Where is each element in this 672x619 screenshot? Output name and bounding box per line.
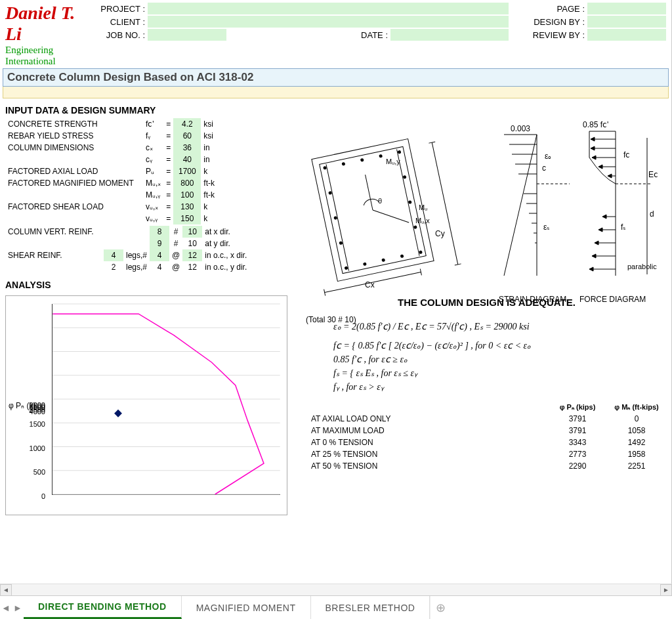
designby-value[interactable]	[587, 16, 666, 28]
svg-line-39	[504, 135, 537, 276]
results-p: 3343	[548, 437, 607, 448]
sheet-tab[interactable]: BRESLER METHOD	[311, 596, 430, 619]
results-row: AT AXIAL LOAD ONLY37910	[307, 413, 666, 425]
math-line-3: 0.85 f'ᴄ , for εᴄ ≥ εₒ	[333, 352, 666, 366]
diagrams: Cx Cy Mᵤ Mᵤ,x Mᵤ,y θ 0.003	[307, 118, 666, 289]
reinf-val-c[interactable]: 10	[182, 226, 202, 238]
math-line-2: fᴄ = { 0.85 f'ᴄ [ 2(εᴄ/εₒ) − (εᴄ/εₒ)² ] …	[333, 339, 666, 352]
reinf-sep: @	[169, 249, 182, 261]
page-label: PAGE :	[509, 4, 587, 14]
label-fs: fₛ	[621, 223, 625, 232]
reinf-label: SHEAR REINF.	[5, 249, 104, 261]
svg-marker-72	[589, 267, 593, 271]
scroll-left-icon[interactable]: ◄	[0, 584, 12, 596]
svg-point-12	[341, 162, 345, 166]
input-value[interactable]: 800	[173, 177, 201, 189]
equals: =	[163, 142, 173, 154]
label-d: d	[650, 209, 654, 219]
input-value[interactable]: 130	[173, 201, 201, 213]
reinf-legs[interactable]: 4	[104, 249, 123, 261]
input-row: FACTORED SHEAR LOADvᵤ,ₓ=130k	[5, 201, 247, 213]
jobno-value[interactable]	[148, 29, 226, 41]
math-block: εₒ = 2(0.85 f'ᴄ) / Eᴄ , Eᴄ = 57√(f'ᴄ) , …	[307, 316, 666, 398]
svg-marker-66	[598, 228, 602, 232]
reinf-sep: @	[169, 261, 182, 273]
reinf-val-c[interactable]: 12	[182, 249, 202, 261]
reinf-label	[5, 261, 104, 273]
tab-nav-next-icon[interactable]: ►	[12, 596, 24, 619]
input-unit: k	[201, 165, 247, 177]
sheet-tab[interactable]: MAGNIFIED MOMENT	[182, 596, 311, 619]
input-value[interactable]: 60	[173, 130, 201, 142]
sheet-tabbar: ◄ ► DIRECT BENDING METHODMAGNIFIED MOMEN…	[0, 595, 672, 619]
input-row: cᵧ=40in	[5, 154, 247, 165]
input-value[interactable]: 100	[173, 189, 201, 201]
svg-point-13	[360, 158, 364, 162]
logo-name: Daniel T. Li	[5, 3, 75, 45]
project-value[interactable]	[148, 3, 509, 14]
reinf-val-c: 12	[182, 261, 202, 273]
diagram-svg: Cx Cy Mᵤ Mᵤ,x Mᵤ,y θ 0.003	[307, 118, 665, 299]
input-row: FACTORED AXIAL LOADPᵤ=1700k	[5, 165, 247, 177]
input-symbol: vᵤ,ᵧ	[143, 213, 163, 224]
svg-point-16	[345, 266, 348, 270]
page-value[interactable]	[587, 3, 666, 14]
label-force-top: 0.85 fᴄ'	[583, 120, 608, 129]
reinf-val-a[interactable]: 4	[150, 249, 169, 261]
svg-point-15	[398, 150, 402, 154]
svg-line-34	[432, 142, 458, 265]
reinf-val-a[interactable]: 9	[150, 238, 169, 249]
label-mu: Mᵤ	[419, 203, 427, 211]
client-value[interactable]	[148, 16, 509, 28]
add-sheet-icon[interactable]: ⊕	[430, 596, 451, 619]
sheet-tab[interactable]: DIRECT BENDING METHOD	[24, 596, 182, 619]
input-value[interactable]: 36	[173, 142, 201, 154]
input-value[interactable]: 1700	[173, 165, 201, 177]
tab-nav-prev-icon[interactable]: ◄	[0, 596, 12, 619]
date-value[interactable]	[390, 29, 509, 41]
label-eps-s: εₛ	[543, 223, 549, 232]
results-label: AT 25 % TENSION	[307, 448, 548, 460]
input-unit: ft-k	[201, 189, 247, 201]
svg-line-30	[366, 175, 373, 210]
input-unit: ksi	[201, 118, 247, 130]
reinf-legs[interactable]: 2	[104, 261, 123, 273]
reviewby-label: REVIEW BY :	[509, 30, 587, 40]
input-symbol: vᵤ,ₓ	[143, 201, 163, 213]
input-value[interactable]: 4.2	[173, 118, 201, 130]
reviewby-value[interactable]	[587, 29, 666, 41]
input-row: vᵤ,ᵧ=150k	[5, 213, 247, 224]
results-m: 2251	[607, 460, 666, 472]
results-m: 1058	[607, 425, 666, 437]
scroll-right-icon[interactable]: ►	[660, 584, 672, 596]
results-label: AT 0 % TENSION	[307, 437, 548, 448]
reinf-val-a[interactable]: 8	[150, 226, 169, 238]
reinf-sep: #	[169, 226, 182, 238]
left-column: CONCRETE STRENGTHfᴄ'=4.2ksiREBAR YIELD S…	[5, 118, 307, 515]
label-fc: fᴄ	[623, 150, 630, 160]
chart-interaction-curve	[52, 314, 264, 494]
results-row: AT 50 % TENSION22902251	[307, 460, 666, 472]
designby-label: DESIGN BY :	[509, 17, 587, 27]
results-label: AT 50 % TENSION	[307, 460, 548, 472]
reinf-val-a: 4	[150, 261, 169, 273]
svg-line-29	[373, 203, 409, 230]
label-c: c	[542, 163, 546, 173]
reinf-dir: at y dir.	[202, 238, 249, 249]
horizontal-scrollbar[interactable]: ◄ ►	[0, 584, 672, 595]
chart-area	[52, 304, 280, 495]
input-value[interactable]: 40	[173, 154, 201, 165]
reinf-label	[5, 238, 104, 249]
reinf-val-c: 10	[182, 238, 202, 249]
logo-block: Daniel T. Li Engineering International	[5, 3, 75, 67]
label-theta: θ	[378, 197, 382, 205]
svg-point-26	[413, 225, 417, 229]
equals: =	[163, 130, 173, 142]
equals: =	[163, 177, 173, 189]
chart-ytick: 4000	[6, 408, 49, 596]
results-row: AT 0 % TENSION33431492	[307, 437, 666, 448]
input-value[interactable]: 150	[173, 213, 201, 224]
label-muy: Mᵤ,y	[386, 158, 400, 165]
label-force: FORCE DIAGRAM	[579, 295, 646, 304]
content: CONCRETE STRENGTHfᴄ'=4.2ksiREBAR YIELD S…	[0, 118, 671, 515]
